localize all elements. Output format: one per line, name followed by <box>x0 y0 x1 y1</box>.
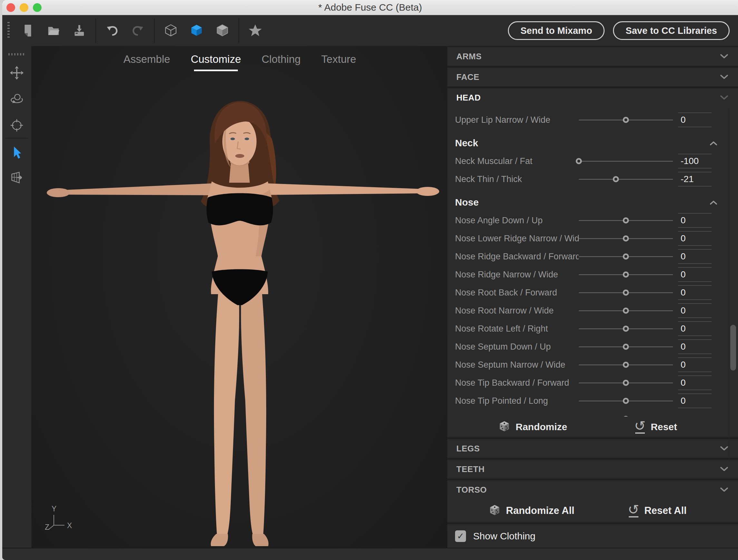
panel-section-head[interactable]: HEAD <box>447 88 738 107</box>
slider[interactable] <box>579 152 673 170</box>
toolbar-separator <box>239 18 239 43</box>
slider-label: Neck Muscular / Fat <box>455 156 579 166</box>
slider-handle[interactable] <box>623 217 629 223</box>
slider-value-field[interactable]: 0 <box>678 285 712 300</box>
slider-row: Nose Root Back / Forward 0 <box>447 284 738 302</box>
slider[interactable] <box>579 247 673 265</box>
slider-value-field[interactable]: 0 <box>678 231 712 246</box>
slider-value-field[interactable]: 0 <box>678 357 712 372</box>
redo-icon[interactable] <box>128 20 148 41</box>
slider-row: Nose Angle Down / Up 0 <box>447 211 738 229</box>
slider-label: Nose Root Back / Forward <box>455 288 579 298</box>
panel-scrollbar[interactable] <box>730 325 736 371</box>
slider[interactable] <box>579 410 673 417</box>
slider-value-field[interactable] <box>678 412 712 417</box>
view-solid-cube-icon[interactable] <box>186 20 207 41</box>
panel-section-face[interactable]: FACE <box>447 68 738 86</box>
slider-value-field[interactable]: 0 <box>678 249 712 264</box>
panel-section-torso[interactable]: TORSO <box>447 480 738 499</box>
slider[interactable] <box>579 392 673 410</box>
slider[interactable] <box>579 302 673 320</box>
slider[interactable] <box>579 229 673 247</box>
slider-handle[interactable] <box>623 362 629 368</box>
subsection-nose[interactable]: Nose <box>447 193 738 211</box>
chevron-down-icon <box>720 74 728 80</box>
orbit-tool-icon[interactable] <box>8 90 25 107</box>
sidebar-divider <box>5 138 28 138</box>
new-file-icon[interactable] <box>17 20 38 41</box>
character-model[interactable] <box>32 46 447 548</box>
dice-icon <box>488 504 501 517</box>
slider[interactable] <box>579 338 673 356</box>
slider[interactable] <box>579 284 673 302</box>
slider-row: Upper Lip Narrow / Wide 0 <box>447 111 738 129</box>
slider-label: Nose Ridge Backward / Forward <box>455 251 579 261</box>
subsection-neck[interactable]: Neck <box>447 134 738 152</box>
slider[interactable] <box>579 374 673 392</box>
section-label: HEAD <box>456 93 481 103</box>
reset-head-button[interactable]: ↺ Reset <box>634 417 677 437</box>
slider-handle[interactable] <box>623 235 629 242</box>
panel-section-arms[interactable]: ARMS <box>447 47 738 66</box>
view-wireframe-cube-icon[interactable] <box>160 20 181 41</box>
pan-tool-icon[interactable] <box>8 64 25 81</box>
select-tool-icon[interactable] <box>8 144 25 161</box>
slider-handle[interactable] <box>576 158 582 164</box>
slider-value-field[interactable]: 0 <box>678 339 712 354</box>
slider-value-field[interactable]: 0 <box>678 267 712 282</box>
zoom-target-tool-icon[interactable] <box>8 117 25 134</box>
send-to-mixamo-button[interactable]: Send to Mixamo <box>508 21 605 40</box>
slider-handle[interactable] <box>623 326 629 332</box>
sidebar-drag-handle[interactable] <box>8 53 25 55</box>
customize-panel: ARMS FACE HEAD Upper Lip Narrow / Wide 0… <box>447 46 738 548</box>
slider[interactable] <box>579 170 673 188</box>
slider-value-field[interactable]: 0 <box>678 303 712 318</box>
slider-value-field[interactable]: 0 <box>678 375 712 390</box>
undo-icon[interactable] <box>102 20 122 41</box>
slider-label: Nose Angle Down / Up <box>455 215 579 225</box>
show-clothing-checkbox[interactable]: ✓ <box>455 530 466 542</box>
slider-handle[interactable] <box>623 117 629 123</box>
view-shaded-cube-icon[interactable] <box>212 20 233 41</box>
import-save-icon[interactable] <box>69 20 90 41</box>
randomize-head-button[interactable]: Randomize <box>498 417 567 437</box>
viewport-3d[interactable]: AssembleCustomizeClothingTexture <box>32 46 447 548</box>
camera-preview-tool-icon[interactable] <box>8 169 25 186</box>
slider[interactable] <box>579 320 673 338</box>
save-to-cc-libraries-button[interactable]: Save to CC Libraries <box>613 21 730 40</box>
slider-value-field[interactable]: 0 <box>678 321 712 336</box>
slider-row: Nose Ridge Backward / Forward 0 <box>447 247 738 265</box>
open-folder-icon[interactable] <box>43 20 64 41</box>
slider-handle[interactable] <box>623 271 629 278</box>
slider[interactable] <box>579 265 673 284</box>
slider-handle[interactable] <box>623 308 629 314</box>
reset-icon: ↺ <box>628 504 639 517</box>
slider-value-field[interactable]: 0 <box>678 394 712 408</box>
slider-value-field[interactable]: 0 <box>678 213 712 228</box>
favorites-star-icon[interactable] <box>245 20 266 41</box>
slider-handle[interactable] <box>623 344 629 350</box>
slider[interactable] <box>579 211 673 229</box>
slider[interactable] <box>579 111 673 129</box>
randomize-all-button[interactable]: Randomize All <box>488 499 574 522</box>
slider-handle[interactable] <box>623 380 629 386</box>
toolbar-separator <box>95 18 96 43</box>
toolbar-drag-handle[interactable] <box>7 22 10 39</box>
slider-label: Nose Tip Pointed / Long <box>455 396 579 406</box>
slider-handle[interactable] <box>623 253 629 260</box>
reset-all-button[interactable]: ↺ Reset All <box>628 499 687 522</box>
slider-label: Neck Thin / Thick <box>455 174 579 184</box>
slider-row: Nose Lower Ridge Narrow / Wide 0 <box>447 229 738 247</box>
panel-section-teeth[interactable]: TEETH <box>447 460 738 479</box>
panel-scroll-track <box>729 109 729 462</box>
slider[interactable] <box>579 356 673 374</box>
slider-handle[interactable] <box>623 290 629 296</box>
slider-label: Nose Tip Backward / Forward <box>455 378 579 388</box>
slider-value-field[interactable]: -100 <box>678 154 712 168</box>
slider-label: Upper Lip Narrow / Wide <box>455 115 579 125</box>
slider-handle[interactable] <box>613 176 619 182</box>
slider-handle[interactable] <box>623 398 629 404</box>
panel-section-legs[interactable]: LEGS <box>447 439 738 458</box>
slider-value-field[interactable]: 0 <box>678 112 712 127</box>
slider-value-field[interactable]: -21 <box>678 172 712 186</box>
